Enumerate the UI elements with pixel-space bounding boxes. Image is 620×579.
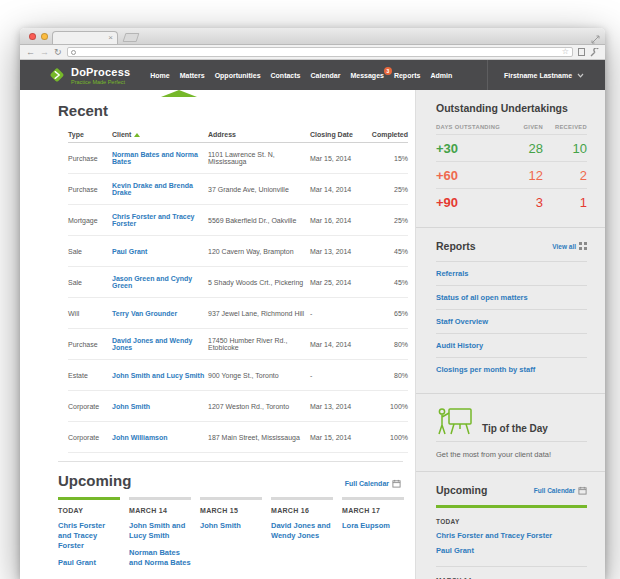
client-link[interactable]: David Jones and Wendy Jones (112, 337, 208, 351)
user-menu[interactable]: Firstname Lastname (487, 60, 605, 90)
sidebar-upcoming-entry-link[interactable]: Chris Forster and Tracey Forster (436, 531, 587, 540)
undertakings-col-given: GIVEN (511, 124, 543, 130)
nav-item-opportunities[interactable]: Opportunities (215, 72, 261, 79)
tip-header: Tip of the Day (436, 406, 587, 442)
report-link-status[interactable]: Status of all open matters (436, 285, 587, 309)
tab-close-icon[interactable]: × (108, 34, 113, 42)
messages-badge: 3 (384, 67, 392, 75)
cell-completed: 45% (370, 279, 408, 286)
green-accent-bar (436, 505, 587, 508)
report-link-audit-history[interactable]: Audit History (436, 333, 587, 357)
report-link-staff-overview[interactable]: Staff Overview (436, 309, 587, 333)
chevron-down-icon (577, 73, 584, 78)
upcoming-day: MARCH 16 David Jones and Wendy Jones (271, 497, 333, 569)
cell-completed: 100% (370, 434, 408, 441)
full-calendar-link[interactable]: Full Calendar (345, 479, 401, 488)
back-icon[interactable]: ← (26, 48, 35, 57)
address-bar[interactable]: ☆ (67, 47, 573, 57)
client-link[interactable]: Kevin Drake and Brenda Drake (112, 182, 208, 196)
upcoming-entry-link[interactable]: Paul Grant (58, 558, 120, 568)
sidebar-upcoming-header: Upcoming Full Calendar (436, 484, 587, 496)
brand-logo[interactable]: DoProcess Practice Made Perfect (48, 66, 130, 85)
main-content: Recent Type Client Address Closing Date … (20, 90, 415, 579)
client-link[interactable]: Chris Forster and Tracey Forster (112, 213, 208, 227)
cell-type: Corporate (68, 434, 112, 441)
column-header-type[interactable]: Type (68, 131, 112, 138)
forward-icon[interactable]: → (40, 48, 49, 57)
upcoming-entry-link[interactable]: Chris Forster and Tracey Forster (58, 521, 120, 551)
screenshot-root: × ← → ↻ ☆ (0, 0, 620, 579)
bookmark-star-icon[interactable]: ☆ (562, 48, 569, 56)
column-header-completed[interactable]: Completed (370, 131, 408, 138)
minimize-window-button[interactable] (41, 33, 48, 40)
nav-item-reports[interactable]: Reports (394, 72, 420, 79)
report-link-closings[interactable]: Closings per month by staff (436, 357, 587, 381)
nav-item-contacts[interactable]: Contacts (271, 72, 301, 79)
day-label: TODAY (58, 507, 120, 514)
cell-closing-date: Mar 25, 2014 (310, 279, 370, 286)
undertakings-title: Outstanding Undertakings (436, 102, 587, 114)
nav-item-admin[interactable]: Admin (430, 72, 452, 79)
upcoming-entry-link[interactable]: Norman Bates and Norma Bates (129, 548, 191, 568)
new-tab-button[interactable] (123, 33, 140, 42)
cell-closing-date: Mar 14, 2014 (310, 341, 370, 348)
client-link[interactable]: Paul Grant (112, 248, 208, 255)
resize-corner-icon[interactable] (591, 30, 600, 48)
upcoming-entry-link[interactable]: David Jones and Wendy Jones (271, 521, 333, 541)
undertakings-received: 2 (543, 168, 587, 183)
undertakings-label: +30 (436, 141, 511, 156)
client-link[interactable]: John Smith and Lucy Smith (112, 372, 208, 379)
day-label: MARCH 15 (200, 507, 262, 514)
client-link[interactable]: John Smith (112, 403, 208, 410)
nav-item-matters[interactable]: Matters (180, 72, 205, 79)
cell-type: Purchase (68, 155, 112, 162)
client-link[interactable]: Terry Van Grounder (112, 310, 208, 317)
recent-title: Recent (58, 102, 415, 119)
upcoming-entry-link[interactable]: John Smith and Lucy Smith (129, 521, 191, 541)
view-all-link[interactable]: View all (552, 242, 587, 250)
nav-item-home[interactable]: Home (150, 72, 169, 79)
calendar-icon (578, 486, 587, 495)
table-row: Will Terry Van Grounder 937 Jewel Lane, … (68, 298, 408, 329)
browser-tab[interactable]: × (52, 31, 118, 44)
nav-item-calendar[interactable]: Calendar (310, 72, 340, 79)
undertakings-row-30: +30 28 10 (436, 134, 587, 161)
report-link-referrals[interactable]: Referrals (436, 261, 587, 285)
active-tab-pointer (161, 90, 197, 97)
client-link[interactable]: Norman Bates and Norma Bates (112, 151, 208, 165)
brand-name: DoProcess (71, 66, 130, 78)
upcoming-entry-link[interactable]: John Smith (200, 521, 262, 531)
wrench-menu-icon[interactable] (590, 48, 599, 57)
undertakings-col-days: DAYS OUTSTANDING (436, 124, 511, 130)
client-link[interactable]: John Williamson (112, 434, 208, 441)
sidebar-upcoming-entry-link[interactable]: Paul Grant (436, 546, 587, 555)
cell-closing-date: Mar 15, 2014 (310, 155, 370, 162)
cell-type: Will (68, 310, 112, 317)
undertakings-given: 12 (511, 168, 543, 183)
column-header-closing-date[interactable]: Closing Date (310, 131, 370, 138)
site-icon (71, 50, 76, 55)
cell-completed: 80% (370, 341, 408, 348)
day-bar (200, 497, 262, 500)
grid-icon (579, 242, 587, 250)
nav-item-messages[interactable]: Messages 3 (350, 72, 383, 79)
cell-address: 5569 Bakerfield Dr., Oakville (208, 217, 310, 224)
sidebar-full-calendar-link[interactable]: Full Calendar (534, 486, 587, 495)
column-header-address[interactable]: Address (208, 131, 310, 138)
day-bar (342, 497, 404, 500)
recent-table: Type Client Address Closing Date Complet… (68, 127, 408, 453)
cell-completed: 25% (370, 186, 408, 193)
day-bar (129, 497, 191, 500)
cell-completed: 80% (370, 372, 408, 379)
client-link[interactable]: Jason Green and Cyndy Green (112, 275, 208, 289)
sort-ascending-icon (134, 133, 140, 137)
column-header-client[interactable]: Client (112, 131, 208, 138)
undertakings-header: DAYS OUTSTANDING GIVEN RECEIVED (436, 124, 587, 134)
section-divider (58, 461, 403, 462)
page-action-icon[interactable] (578, 48, 585, 56)
group-divider (436, 566, 587, 567)
upcoming-entry-link[interactable]: Lora Eupsom (342, 521, 404, 531)
reload-icon[interactable]: ↻ (54, 48, 62, 57)
close-window-button[interactable] (29, 33, 36, 40)
upcoming-header: Upcoming Full Calendar (58, 472, 401, 489)
